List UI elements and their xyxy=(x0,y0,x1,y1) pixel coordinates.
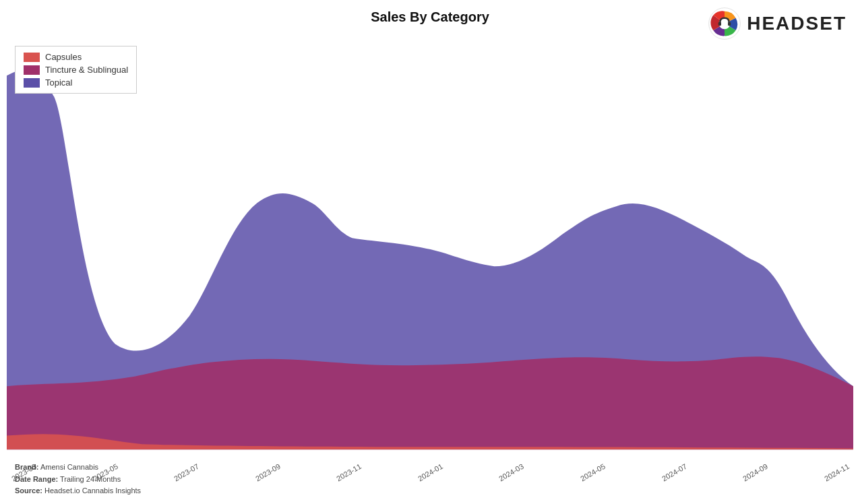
xaxis-label-2: 2023-07 xyxy=(173,462,200,483)
chart-svg xyxy=(7,40,853,457)
svg-rect-2 xyxy=(718,22,721,26)
xaxis-label-10: 2024-11 xyxy=(823,462,851,483)
legend-item-tincture: Tincture & Sublingual xyxy=(24,65,128,75)
date-range-value: Trailing 24 Months xyxy=(60,475,121,483)
brand-value: Amensi Cannabis xyxy=(40,463,98,471)
source-label: Source: xyxy=(15,486,42,495)
logo-area: HEADSET xyxy=(708,7,847,40)
chart-legend: Capsules Tincture & Sublingual Topical xyxy=(15,46,137,94)
footer-info: Brand: Amensi Cannabis Date Range: Trail… xyxy=(15,462,141,497)
xaxis-label-7: 2024-05 xyxy=(579,462,607,483)
legend-label-capsules: Capsules xyxy=(45,52,82,62)
xaxis-label-5: 2024-01 xyxy=(417,462,444,483)
date-range-label: Date Range: xyxy=(15,475,58,483)
legend-item-capsules: Capsules xyxy=(24,52,128,62)
logo-text: HEADSET xyxy=(747,13,847,34)
svg-rect-3 xyxy=(728,22,731,26)
headset-logo-icon xyxy=(708,7,741,40)
source-value: Headset.io Cannabis Insights xyxy=(44,486,141,495)
page-container: HEADSET Sales By Category Capsules Tinct… xyxy=(0,0,860,504)
legend-label-topical: Topical xyxy=(45,77,72,88)
xaxis-label-6: 2024-03 xyxy=(497,462,525,483)
xaxis-label-4: 2023-11 xyxy=(335,462,363,483)
legend-label-tincture: Tincture & Sublingual xyxy=(45,65,128,75)
brand-label: Brand: xyxy=(15,463,38,471)
legend-color-capsules xyxy=(24,53,40,62)
xaxis-label-9: 2024-09 xyxy=(741,462,769,483)
legend-color-tincture xyxy=(24,65,40,75)
chart-area: 2023-03 2023-05 2023-07 2023-09 2023-11 … xyxy=(7,40,853,457)
xaxis-label-8: 2024-07 xyxy=(661,462,688,483)
xaxis-label-3: 2023-09 xyxy=(254,462,282,483)
legend-color-topical xyxy=(24,78,40,88)
legend-item-topical: Topical xyxy=(24,77,128,88)
